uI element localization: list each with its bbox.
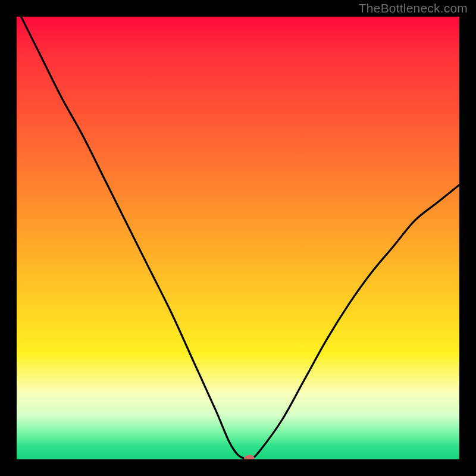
chart-frame: TheBottleneck.com <box>0 0 476 476</box>
bottleneck-curve <box>17 17 459 459</box>
watermark-text: TheBottleneck.com <box>359 1 468 15</box>
plot-area <box>17 17 459 459</box>
optimal-point-marker <box>244 455 255 459</box>
